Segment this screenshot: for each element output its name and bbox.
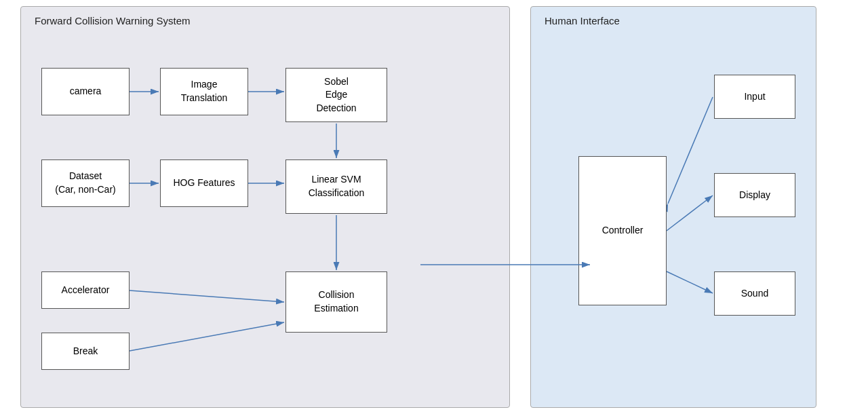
right-panel: Human Interface [530, 6, 816, 408]
svm-box: Linear SVM Classification [285, 159, 387, 214]
left-panel-title: Forward Collision Warning System [35, 15, 191, 26]
image-translation-box: Image Translation [160, 68, 248, 115]
right-inner: Controller Input Display Sound [545, 41, 802, 394]
left-inner: camera Image Translation Sobel Edge Dete… [35, 41, 496, 394]
svg-line-11 [668, 97, 713, 204]
sound-box: Sound [714, 271, 795, 316]
svg-line-7 [130, 290, 284, 302]
svg-line-13 [667, 271, 713, 293]
camera-box: camera [41, 68, 130, 115]
svg-line-8 [130, 322, 284, 351]
collision-box: Collision Estimation [285, 271, 387, 333]
diagram-container: Forward Collision Warning System [7, 0, 861, 414]
sobel-box: Sobel Edge Detection [285, 68, 387, 122]
hog-box: HOG Features [160, 159, 248, 207]
right-panel-title: Human Interface [545, 15, 620, 26]
dataset-box: Dataset (Car, non-Car) [41, 159, 130, 207]
controller-box: Controller [578, 156, 667, 305]
break-box: Break [41, 333, 130, 370]
left-panel: Forward Collision Warning System [20, 6, 510, 408]
accelerator-box: Accelerator [41, 271, 130, 309]
svg-line-12 [667, 195, 713, 231]
display-box: Display [714, 173, 795, 217]
input-box: Input [714, 75, 795, 119]
